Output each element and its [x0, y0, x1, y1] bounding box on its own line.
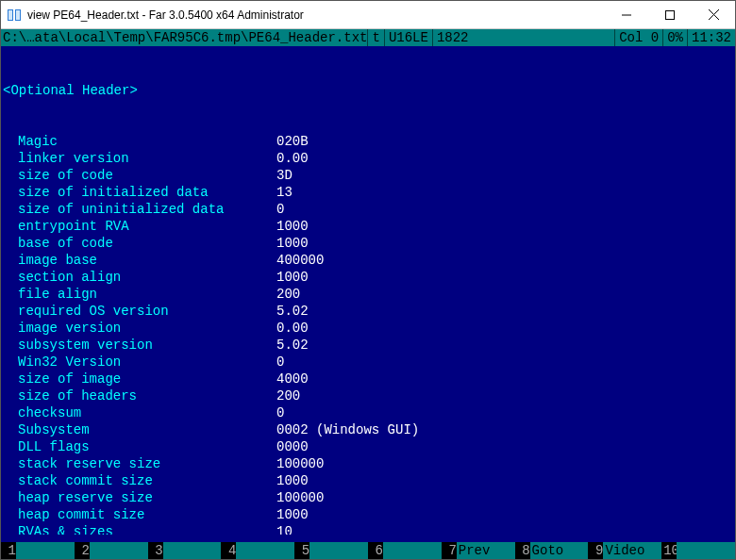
field-row: required OS version5.02: [3, 303, 733, 320]
func-key-2[interactable]: 2: [75, 542, 148, 559]
field-row: size of headers200: [3, 387, 733, 404]
field-row: file align200: [3, 286, 733, 303]
func-number: 2: [75, 542, 90, 559]
field-value: 100000: [276, 455, 324, 472]
close-button[interactable]: [692, 1, 735, 28]
app-icon: [7, 8, 22, 23]
field-label: size of headers: [3, 387, 276, 404]
func-key-9[interactable]: 9Video: [588, 542, 661, 559]
func-number: 6: [368, 542, 383, 559]
field-row: size of code3D: [3, 167, 733, 184]
func-label: [677, 542, 735, 559]
field-value: 1000: [276, 269, 309, 286]
field-label: entrypoint RVA: [3, 218, 276, 235]
field-row: Magic020B: [3, 133, 733, 150]
field-label: Win32 Version: [3, 354, 276, 371]
field-label: section align: [3, 269, 276, 286]
func-number: 9: [588, 542, 603, 559]
viewer-content[interactable]: <Optional Header> Magic020Blinker versio…: [1, 46, 735, 535]
field-row: base of code1000: [3, 235, 733, 252]
field-value: 0.00: [276, 320, 309, 337]
func-label: [90, 542, 148, 559]
function-bar: 1234567Prev8Goto9Video10: [1, 542, 735, 559]
window-controls: [605, 1, 735, 28]
field-value: 4000: [276, 371, 309, 387]
svg-rect-3: [16, 10, 20, 20]
field-value: 5.02: [276, 337, 309, 354]
field-row: linker version0.00: [3, 150, 733, 167]
field-label: RVAs & sizes: [3, 523, 276, 535]
field-label: stack reserve size: [3, 455, 276, 472]
func-label: [236, 542, 294, 559]
field-label: image base: [3, 252, 276, 269]
field-value: 0: [276, 201, 284, 218]
field-label: size of uninitialized data: [3, 201, 276, 218]
field-value: 0.00: [276, 150, 309, 167]
field-row: subsystem version5.02: [3, 337, 733, 354]
field-value: 200: [276, 286, 300, 303]
status-col: Col 0: [614, 29, 662, 46]
field-label: DLL flags: [3, 438, 276, 455]
field-row: section align1000: [3, 269, 733, 286]
field-row: image version0.00: [3, 320, 733, 337]
func-key-5[interactable]: 5: [294, 542, 368, 559]
status-size: 1822: [432, 29, 614, 46]
status-mode[interactable]: t: [367, 29, 383, 46]
far-window: view PE64_Header.txt - Far 3.0.5400 x64 …: [0, 0, 736, 560]
func-key-4[interactable]: 4: [221, 542, 294, 559]
titlebar[interactable]: view PE64_Header.txt - Far 3.0.5400 x64 …: [1, 1, 735, 29]
func-key-10[interactable]: 10: [661, 542, 735, 559]
maximize-button[interactable]: [648, 1, 692, 28]
func-key-8[interactable]: 8Goto: [515, 542, 589, 559]
field-row: Win32 Version0: [3, 354, 733, 371]
func-number: 8: [515, 542, 530, 559]
func-key-7[interactable]: 7Prev: [442, 542, 515, 559]
field-row: checksum0: [3, 404, 733, 421]
svg-rect-2: [8, 10, 12, 20]
status-encoding[interactable]: U16LE: [384, 29, 432, 46]
field-row: Subsystem0002 (Windows GUI): [3, 421, 733, 438]
field-label: size of code: [3, 167, 276, 184]
svg-rect-5: [666, 10, 675, 19]
func-number: 10: [661, 542, 677, 559]
field-row: size of initialized data13: [3, 184, 733, 201]
field-label: stack commit size: [3, 472, 276, 489]
field-label: base of code: [3, 235, 276, 252]
field-label: size of initialized data: [3, 184, 276, 201]
field-row: image base400000: [3, 252, 733, 269]
func-number: 7: [442, 542, 457, 559]
field-row: size of uninitialized data0: [3, 201, 733, 218]
field-value: 10: [276, 523, 293, 535]
func-key-1[interactable]: 1: [1, 542, 75, 559]
field-value: 5.02: [276, 303, 309, 320]
field-label: linker version: [3, 150, 276, 167]
func-label: [383, 542, 442, 559]
func-number: 1: [1, 542, 16, 559]
field-label: Subsystem: [3, 421, 276, 438]
field-value: 3D: [276, 167, 293, 184]
field-row: RVAs & sizes10: [3, 523, 733, 535]
field-value: 0002 (Windows GUI): [276, 421, 419, 438]
field-label: required OS version: [3, 303, 276, 320]
func-number: 5: [294, 542, 309, 559]
field-value: 0: [276, 354, 284, 371]
section-header: <Optional Header>: [3, 82, 733, 99]
field-label: subsystem version: [3, 337, 276, 354]
field-label: file align: [3, 286, 276, 303]
field-value: 100000: [276, 489, 324, 506]
field-row: size of image4000: [3, 371, 733, 387]
window-title: view PE64_Header.txt - Far 3.0.5400 x64 …: [27, 8, 605, 22]
field-value: 400000: [276, 252, 324, 269]
func-number: 4: [221, 542, 236, 559]
field-label: heap commit size: [3, 506, 276, 523]
field-value: 1000: [276, 472, 309, 489]
field-value: 0000: [276, 438, 309, 455]
func-key-3[interactable]: 3: [148, 542, 222, 559]
minimize-button[interactable]: [605, 1, 648, 28]
field-value: 13: [276, 184, 293, 201]
func-key-6[interactable]: 6: [368, 542, 442, 559]
status-path: C:\…ata\Local\Temp\FAR95C6.tmp\PE64_Head…: [1, 29, 367, 46]
func-label: [309, 542, 368, 559]
field-row: stack commit size1000: [3, 472, 733, 489]
func-label: [16, 542, 75, 559]
